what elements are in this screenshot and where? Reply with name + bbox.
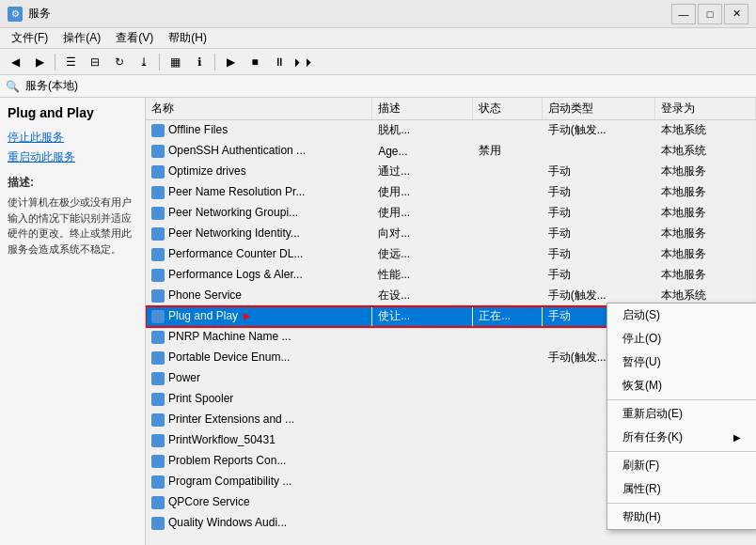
cell-name: Phone Service — [146, 286, 372, 306]
context-menu-item[interactable]: 刷新(F) — [607, 454, 756, 477]
table-row[interactable]: Offline Files脱机...手动(触发...本地系统 — [146, 120, 756, 141]
close-button[interactable]: ✕ — [724, 4, 748, 24]
cell-name: Peer Networking Identity... — [146, 224, 372, 244]
cell-desc: 通过... — [372, 162, 473, 182]
table-row[interactable]: Performance Counter DL...使远...手动本地服务 — [146, 244, 756, 265]
service-name-text: Plug and Play — [168, 309, 238, 322]
menu-help[interactable]: 帮助(H) — [161, 28, 214, 48]
service-icon — [151, 207, 165, 220]
menu-file[interactable]: 文件(F) — [4, 28, 55, 48]
cell-startup: 手动 — [542, 224, 654, 244]
cell-desc — [372, 451, 473, 472]
context-menu-item-label: 重新启动(E) — [622, 406, 683, 422]
toolbar-separator-2 — [159, 54, 160, 70]
maximize-button[interactable]: □ — [698, 4, 722, 24]
service-name-text: Performance Logs & Aler... — [168, 268, 303, 281]
menu-action[interactable]: 操作(A) — [55, 28, 108, 48]
cell-name: Problem Reports Con... — [146, 451, 372, 472]
play-button[interactable]: ▶ — [219, 52, 242, 72]
service-icon — [151, 145, 165, 158]
forward-button[interactable]: ▶ — [28, 52, 51, 72]
cell-desc: 在设... — [372, 286, 473, 306]
menu-bar: 文件(F) 操作(A) 查看(V) 帮助(H) — [0, 28, 756, 49]
cell-name: Print Spooler — [146, 389, 372, 410]
window-title: 服务 — [28, 6, 671, 22]
service-name-text: Power — [168, 371, 200, 384]
cell-name: PrintWorkflow_50431 — [146, 430, 372, 451]
filter-button[interactable]: ▦ — [164, 52, 186, 72]
col-startup[interactable]: 启动类型 — [542, 98, 654, 120]
table-row[interactable]: OpenSSH Authentication ...Age...禁用本地系统 — [146, 141, 756, 162]
cell-status — [473, 286, 543, 306]
cell-status — [473, 389, 543, 410]
service-name-text: Peer Networking Groupi... — [168, 206, 298, 219]
service-icon — [151, 434, 165, 447]
service-icon — [151, 517, 165, 530]
context-menu-item[interactable]: 重新启动(E) — [607, 402, 756, 426]
stop-button[interactable]: ■ — [244, 52, 266, 72]
cell-desc — [372, 410, 473, 430]
service-name-text: Portable Device Enum... — [168, 350, 290, 364]
context-menu-item[interactable]: 帮助(H) — [607, 506, 756, 529]
table-row[interactable]: Peer Networking Groupi...使用...手动本地服务 — [146, 203, 756, 224]
cell-desc: Age... — [372, 141, 473, 162]
address-icon: 🔍 — [6, 80, 20, 93]
cell-desc — [372, 368, 473, 389]
context-menu-item[interactable]: 停止(O) — [607, 327, 756, 350]
service-icon — [151, 475, 165, 489]
properties-button[interactable]: ℹ — [188, 52, 211, 72]
cell-logon: 本地服务 — [655, 244, 756, 265]
cell-status — [473, 410, 543, 430]
service-name-text: QPCore Service — [168, 495, 250, 508]
col-desc[interactable]: 描述 — [372, 98, 473, 120]
col-logon[interactable]: 登录为 — [655, 98, 756, 120]
service-icon — [151, 248, 165, 261]
toolbar-separator-1 — [55, 54, 55, 70]
restart-button[interactable]: ⏵⏵ — [292, 52, 315, 72]
menu-view[interactable]: 查看(V) — [108, 28, 161, 48]
service-icon — [151, 331, 165, 344]
context-menu-item-label: 启动(S) — [622, 307, 660, 323]
back-button[interactable]: ◀ — [4, 52, 26, 72]
table-row[interactable]: Peer Name Resolution Pr...使用...手动本地服务 — [146, 182, 756, 203]
cell-desc: 使用... — [372, 182, 473, 203]
cell-status — [473, 472, 543, 492]
context-menu-item[interactable]: 所有任务(K)▶ — [607, 426, 756, 449]
restart-service-link[interactable]: 重启动此服务 — [8, 149, 137, 165]
cell-desc — [372, 472, 473, 492]
cell-startup — [542, 141, 654, 162]
cell-status — [473, 120, 543, 141]
table-row[interactable]: Optimize drives通过...手动本地服务 — [146, 162, 756, 182]
table-row[interactable]: Peer Networking Identity...向对...手动本地服务 — [146, 224, 756, 244]
export-button[interactable]: ⤓ — [133, 52, 155, 72]
show-hide-button[interactable]: ☰ — [59, 52, 82, 72]
table-row[interactable]: Performance Logs & Aler...性能...手动本地服务 — [146, 265, 756, 286]
toggle-button[interactable]: ⊟ — [84, 52, 106, 72]
cell-logon: 本地服务 — [655, 224, 756, 244]
context-menu-item-label: 停止(O) — [622, 331, 661, 347]
cell-logon: 本地系统 — [655, 141, 756, 162]
context-menu: 启动(S)停止(O)暂停(U)恢复(M)重新启动(E)所有任务(K)▶刷新(F)… — [606, 303, 756, 530]
col-status[interactable]: 状态 — [473, 98, 543, 120]
context-menu-item[interactable]: 属性(R) — [607, 477, 756, 501]
cell-desc: 向对... — [372, 224, 473, 244]
cell-status — [473, 368, 543, 389]
context-menu-item[interactable]: 启动(S) — [607, 304, 756, 327]
col-name[interactable]: 名称 — [146, 98, 372, 120]
context-menu-item-label: 刷新(F) — [622, 458, 659, 474]
address-value: 服务(本地) — [25, 78, 750, 94]
cell-desc: 性能... — [372, 265, 473, 286]
title-bar: ⚙ 服务 — □ ✕ — [0, 0, 756, 28]
pause-button[interactable]: ⏸ — [268, 52, 291, 72]
toolbar: ◀ ▶ ☰ ⊟ ↻ ⤓ ▦ ℹ ▶ ■ ⏸ ⏵⏵ — [0, 49, 756, 75]
context-menu-item[interactable]: 暂停(U) — [607, 350, 756, 374]
service-name-text: Print Spooler — [168, 392, 233, 405]
cell-desc — [372, 430, 473, 451]
refresh-button[interactable]: ↻ — [108, 52, 131, 72]
context-menu-item[interactable]: 恢复(M) — [607, 374, 756, 397]
minimize-button[interactable]: — — [671, 4, 696, 24]
stop-service-link[interactable]: 停止此服务 — [8, 130, 137, 146]
cell-name: Peer Name Resolution Pr... — [146, 182, 372, 203]
cell-startup: 手动 — [542, 182, 654, 203]
service-name-text: Offline Files — [168, 123, 228, 136]
